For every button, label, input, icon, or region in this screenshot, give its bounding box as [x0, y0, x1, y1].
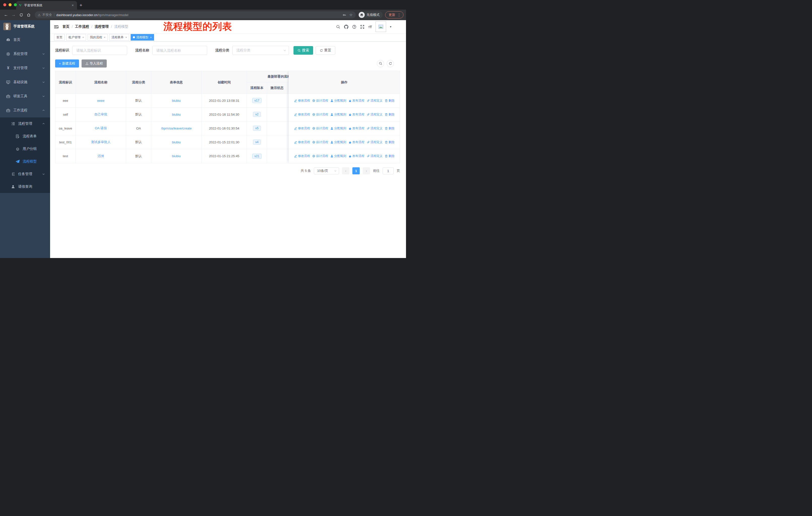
hamburger-icon[interactable] [54, 25, 58, 29]
tag-close-icon[interactable]: × [103, 36, 105, 39]
next-page-button[interactable]: › [363, 167, 370, 174]
sidebar-item-system[interactable]: 系统管理 [0, 47, 50, 61]
process-definition-link[interactable]: 流程定义 [367, 126, 383, 131]
assign-rule-link[interactable]: 分配规则 [330, 99, 346, 103]
process-definition-link[interactable]: 流程定义 [367, 154, 383, 158]
tag-close-icon[interactable]: × [125, 36, 127, 39]
assign-rule-link[interactable]: 分配规则 [330, 112, 346, 117]
process-name-link[interactable]: 滔博 [98, 154, 104, 158]
delete-link[interactable]: 删除 [385, 154, 395, 158]
back-icon[interactable]: ← [2, 11, 9, 19]
sidebar-logo[interactable]: 芋道管理系统 [0, 20, 50, 33]
publish-process-link[interactable]: 发布流程 [348, 154, 365, 158]
reset-button[interactable]: 重置 [316, 46, 335, 55]
caret-down-icon[interactable]: ▾ [390, 25, 392, 28]
minimize-window-button[interactable] [8, 3, 11, 6]
design-process-link[interactable]: 设计流程 [312, 126, 328, 131]
edit-process-link[interactable]: 修改流程 [294, 99, 310, 103]
delete-link[interactable]: 删除 [385, 99, 395, 103]
delete-link[interactable]: 删除 [385, 126, 395, 131]
page-size-select[interactable]: 10条/页 [314, 167, 339, 174]
refresh-table-button[interactable] [387, 60, 394, 67]
tag-process-model[interactable]: 流程模型 × [130, 34, 154, 40]
tag-close-icon[interactable]: × [82, 36, 84, 39]
sidebar-item-workflow[interactable]: 工作流程 [0, 103, 50, 117]
design-process-link[interactable]: 设计流程 [312, 154, 328, 158]
process-definition-link[interactable]: 流程定义 [367, 140, 383, 144]
key-icon[interactable] [343, 13, 346, 17]
close-window-button[interactable] [3, 3, 6, 6]
prev-page-button[interactable]: ‹ [342, 167, 349, 174]
form-info-link[interactable]: biubiu [172, 154, 181, 158]
fullscreen-icon[interactable] [360, 25, 365, 29]
assign-rule-link[interactable]: 分配规则 [330, 126, 346, 131]
edit-process-link[interactable]: 修改流程 [294, 140, 310, 144]
design-process-link[interactable]: 设计流程 [312, 112, 328, 117]
assign-rule-link[interactable]: 分配规则 [330, 140, 346, 144]
sidebar-item-infra[interactable]: 基础设施 [0, 75, 50, 89]
import-process-button[interactable]: 导入流程 [82, 59, 107, 67]
edit-process-link[interactable]: 修改流程 [294, 112, 310, 117]
design-process-link[interactable]: 设计流程 [312, 99, 328, 103]
delete-link[interactable]: 删除 [385, 112, 395, 117]
help-icon[interactable] [352, 25, 356, 29]
sidebar-item-leave-query[interactable]: 请假查询 [0, 181, 50, 193]
tab-close-icon[interactable]: × [71, 3, 75, 7]
delete-link[interactable]: 删除 [385, 140, 395, 144]
process-name-link[interactable]: 测试多审批人 [91, 140, 111, 144]
browser-tab[interactable]: 芋道管理系统 × [16, 1, 77, 9]
edit-process-link[interactable]: 修改流程 [294, 126, 310, 131]
goto-page-input[interactable] [383, 167, 394, 174]
process-name-input[interactable] [152, 46, 207, 55]
design-process-link[interactable]: 设计流程 [312, 140, 328, 144]
sidebar-item-home[interactable]: 首页 [0, 33, 50, 47]
form-info-link[interactable]: /bpm/oa/leave/create [161, 127, 192, 130]
process-name-link[interactable]: 自己审批 [94, 112, 108, 116]
process-name-link[interactable]: OA 请假 [95, 126, 107, 130]
publish-process-link[interactable]: 发布流程 [348, 99, 365, 103]
menu-kebab-icon[interactable]: ⋮ [397, 12, 401, 17]
sidebar-item-process-mgmt[interactable]: 流程管理 [0, 117, 50, 130]
search-icon[interactable] [336, 25, 340, 29]
form-info-link[interactable]: biubiu [172, 99, 181, 103]
address-bar[interactable]: ⚠ 不安全 dashboard.yudao.iocoder.cn/bpm/man… [35, 11, 356, 19]
category-select[interactable]: 流程分类 [232, 46, 289, 55]
sidebar-item-payment[interactable]: ¥ 支付管理 [0, 61, 50, 75]
process-id-input[interactable] [72, 46, 127, 55]
page-number-1[interactable]: 1 [352, 167, 360, 174]
breadcrumb-workflow[interactable]: 工作流程 [75, 24, 89, 29]
bookmark-star-icon[interactable]: ☆ [349, 12, 353, 17]
tag-process-form[interactable]: 流程表单 × [109, 34, 129, 40]
tag-close-icon[interactable]: × [149, 36, 151, 39]
tag-my-process[interactable]: 我的流程 × [88, 34, 108, 40]
toggle-search-button[interactable] [377, 60, 384, 67]
publish-process-link[interactable]: 发布流程 [348, 126, 365, 131]
edit-process-link[interactable]: 修改流程 [294, 154, 310, 158]
publish-process-link[interactable]: 发布流程 [348, 112, 365, 117]
tag-tenant[interactable]: 租户管理 × [66, 34, 86, 40]
process-name-link[interactable]: eeee [97, 99, 105, 103]
search-button[interactable]: 搜索 [293, 46, 313, 55]
process-definition-link[interactable]: 流程定义 [367, 112, 383, 117]
security-chip[interactable]: ⚠ 不安全 [38, 12, 52, 17]
sidebar-item-devtools[interactable]: 研发工具 [0, 89, 50, 103]
breadcrumb-process-mgmt[interactable]: 流程管理 [95, 24, 109, 29]
publish-process-link[interactable]: 发布流程 [348, 140, 365, 144]
maximize-window-button[interactable] [14, 3, 17, 6]
github-icon[interactable] [344, 25, 348, 29]
forward-icon[interactable]: → [10, 11, 17, 19]
process-definition-link[interactable]: 流程定义 [367, 99, 383, 103]
sidebar-item-task-mgmt[interactable]: 任务管理 [0, 168, 50, 181]
font-size-icon[interactable]: TT [368, 25, 372, 29]
form-info-link[interactable]: biubiu [172, 113, 181, 116]
sidebar-item-process-form[interactable]: 流程表单 [0, 130, 50, 143]
assign-rule-link[interactable]: 分配规则 [330, 154, 346, 158]
tag-home[interactable]: 首页 [54, 34, 65, 40]
sidebar-item-process-model[interactable]: 流程模型 [0, 155, 50, 168]
form-info-link[interactable]: biubiu [172, 140, 181, 144]
breadcrumb-home[interactable]: 首页 [62, 24, 69, 29]
home-icon[interactable] [25, 11, 32, 19]
create-process-button[interactable]: + 新建流程 [55, 59, 79, 67]
browser-update-button[interactable]: 更新 ⋮ [385, 11, 404, 19]
avatar[interactable] [376, 21, 386, 32]
